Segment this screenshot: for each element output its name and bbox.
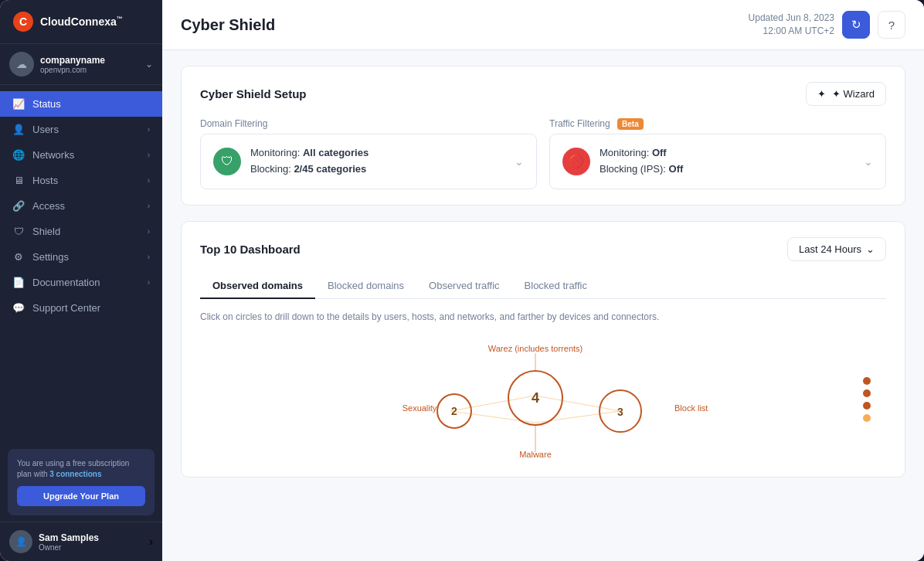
- sidebar: C CloudConnexa™ ☁ companyname openvpn.co…: [0, 0, 162, 561]
- beta-badge: Beta: [617, 118, 644, 130]
- support-icon: 💬: [12, 302, 25, 314]
- page-title: Cyber Shield: [181, 16, 275, 34]
- logo: C CloudConnexa™: [0, 0, 162, 44]
- user-avatar: 👤: [9, 530, 32, 553]
- tab-observed-domains[interactable]: Observed domains: [200, 274, 315, 299]
- cyber-shield-setup-card: Cyber Shield Setup ✦ ✦ Wizard Domain Fil…: [181, 66, 905, 206]
- chevron-right-icon: ›: [149, 535, 153, 549]
- sidebar-item-hosts[interactable]: 🖥 Hosts ›: [0, 168, 162, 193]
- sidebar-item-label: Networks: [32, 149, 140, 161]
- svg-text:2: 2: [451, 405, 457, 417]
- chevron-right-icon: ›: [148, 125, 150, 134]
- chevron-right-icon: ›: [148, 227, 150, 236]
- filtering-grid: Domain Filtering 🛡 Monitoring: All categ…: [200, 118, 886, 189]
- chevron-down-icon: ⌄: [145, 59, 153, 70]
- sidebar-item-status[interactable]: 📈 Status: [0, 91, 162, 117]
- wizard-button[interactable]: ✦ ✦ Wizard: [806, 82, 886, 106]
- refresh-button[interactable]: ↻: [842, 11, 870, 39]
- nav-items: 📈 Status 👤 Users › 🌐 Networks › 🖥 Hosts …: [0, 85, 162, 443]
- hint-text: Click on circles to drill down to the de…: [200, 311, 886, 322]
- chevron-down-icon: ⌄: [864, 155, 873, 168]
- access-icon: 🔗: [12, 200, 25, 212]
- account-name: companyname: [40, 55, 139, 66]
- sidebar-item-settings[interactable]: ⚙ Settings ›: [0, 244, 162, 270]
- logo-text: CloudConnexa™: [40, 15, 123, 28]
- sidebar-item-label: Support Center: [32, 302, 150, 314]
- status-icon: 📈: [12, 98, 25, 110]
- domain-filtering-box[interactable]: 🛡 Monitoring: All categories Blocking: 2…: [200, 134, 537, 189]
- sidebar-item-label: Access: [32, 200, 140, 212]
- main-content: Cyber Shield Updated Jun 8, 2023 12:00 A…: [162, 0, 924, 561]
- refresh-icon: ↻: [851, 18, 861, 32]
- cloudconnexa-logo: C: [12, 11, 34, 32]
- sidebar-item-label: Users: [32, 124, 140, 135]
- updated-timestamp: Updated Jun 8, 2023 12:00 AM UTC+2: [749, 12, 834, 38]
- tab-observed-traffic[interactable]: Observed traffic: [416, 274, 512, 299]
- sidebar-item-label: Documentation: [32, 277, 140, 288]
- dashboard-tabs: Observed domains Blocked domains Observe…: [200, 274, 886, 299]
- account-domain: openvpn.com: [40, 66, 139, 74]
- tab-blocked-traffic[interactable]: Blocked traffic: [512, 274, 600, 299]
- bubble-chart: 4 Warez (includes torrents) 2 Sexuality …: [200, 338, 886, 461]
- time-range-selector[interactable]: Last 24 Hours ⌄: [787, 237, 886, 261]
- help-button[interactable]: ?: [878, 11, 905, 39]
- sidebar-item-label: Shield: [32, 226, 140, 237]
- page-header: Cyber Shield Updated Jun 8, 2023 12:00 A…: [162, 0, 924, 50]
- connections-count: 3 connections: [49, 470, 101, 478]
- svg-text:Block list: Block list: [674, 403, 708, 413]
- wand-icon: ✦: [817, 88, 826, 100]
- svg-text:3: 3: [617, 406, 623, 418]
- chevron-right-icon: ›: [148, 176, 150, 185]
- domain-filter-status-icon: 🛡: [213, 148, 241, 175]
- svg-text:4: 4: [532, 390, 539, 406]
- user-name: Sam Samples: [39, 532, 143, 543]
- docs-icon: 📄: [12, 277, 25, 288]
- sidebar-item-support[interactable]: 💬 Support Center: [0, 295, 162, 321]
- networks-icon: 🌐: [12, 149, 25, 161]
- svg-text:Sexuality: Sexuality: [403, 403, 437, 413]
- help-icon: ?: [888, 19, 895, 32]
- shield-icon: 🛡: [12, 226, 25, 237]
- chevron-right-icon: ›: [148, 278, 150, 287]
- dot-4: [863, 414, 871, 422]
- domain-filter-info: Monitoring: All categories Blocking: 2/4…: [250, 145, 369, 178]
- bubble-chart-svg: 4 Warez (includes torrents) 2 Sexuality …: [200, 338, 886, 461]
- traffic-filtering-box[interactable]: 🚫 Monitoring: Off Blocking (IPS): Off ⌄: [549, 134, 886, 189]
- sidebar-item-access[interactable]: 🔗 Access ›: [0, 193, 162, 219]
- users-icon: 👤: [12, 124, 25, 135]
- user-profile[interactable]: 👤 Sam Samples Owner ›: [0, 522, 162, 561]
- chevron-right-icon: ›: [148, 253, 150, 261]
- user-role: Owner: [39, 543, 143, 552]
- sidebar-item-networks[interactable]: 🌐 Networks ›: [0, 142, 162, 168]
- chevron-down-icon: ⌄: [515, 155, 524, 168]
- sidebar-item-label: Status: [32, 98, 150, 110]
- chevron-right-icon: ›: [148, 151, 150, 159]
- sidebar-item-users[interactable]: 👤 Users ›: [0, 117, 162, 142]
- hosts-icon: 🖥: [12, 175, 25, 186]
- traffic-filtering-label: Traffic Filtering Beta: [549, 118, 886, 129]
- domain-filtering-label: Domain Filtering: [200, 118, 537, 129]
- dots-right: [863, 377, 871, 422]
- sidebar-item-documentation[interactable]: 📄 Documentation ›: [0, 270, 162, 295]
- sidebar-item-shield[interactable]: 🛡 Shield ›: [0, 219, 162, 244]
- dot-3: [863, 402, 871, 410]
- svg-text:Warez (includes torrents): Warez (includes torrents): [488, 344, 583, 353]
- svg-text:C: C: [19, 15, 27, 28]
- card-title: Cyber Shield Setup: [200, 87, 307, 100]
- account-switcher[interactable]: ☁ companyname openvpn.com ⌄: [0, 44, 162, 85]
- sidebar-item-label: Settings: [32, 251, 140, 263]
- traffic-filter-status-icon: 🚫: [562, 148, 590, 175]
- chevron-right-icon: ›: [148, 202, 150, 210]
- upgrade-text: You are using a free subscription plan w…: [17, 458, 145, 480]
- traffic-filter-info: Monitoring: Off Blocking (IPS): Off: [600, 145, 683, 178]
- scrollable-content: Cyber Shield Setup ✦ ✦ Wizard Domain Fil…: [162, 50, 924, 561]
- upgrade-banner: You are using a free subscription plan w…: [8, 449, 155, 515]
- dashboard-title: Top 10 Dashboard: [200, 243, 301, 256]
- sidebar-item-label: Hosts: [32, 175, 140, 186]
- tab-blocked-domains[interactable]: Blocked domains: [315, 274, 416, 299]
- upgrade-button[interactable]: Upgrade Your Plan: [17, 486, 145, 506]
- dot-2: [863, 389, 871, 397]
- avatar: ☁: [9, 52, 34, 76]
- settings-icon: ⚙: [12, 251, 25, 263]
- top10-dashboard-card: Top 10 Dashboard Last 24 Hours ⌄ Observe…: [181, 221, 905, 478]
